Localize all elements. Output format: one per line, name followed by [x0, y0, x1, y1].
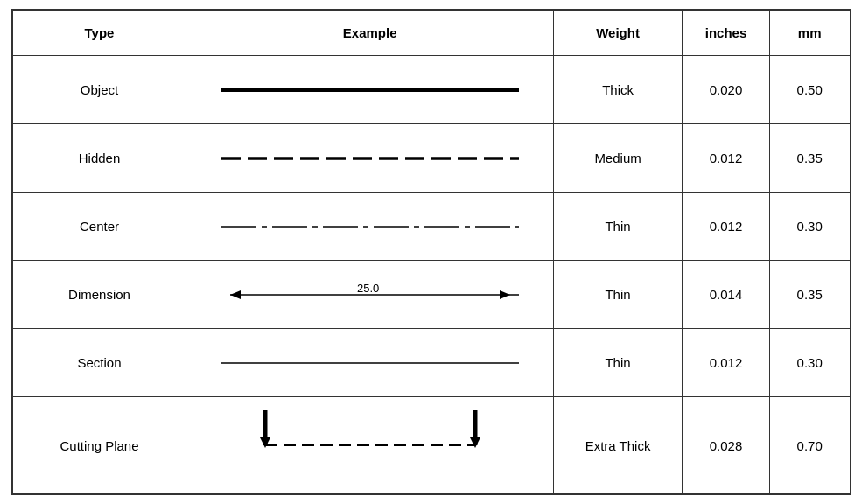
table-row: Dimension 25.0 Thin	[12, 261, 850, 329]
mm-value: 0.35	[769, 124, 850, 192]
svg-marker-10	[260, 438, 270, 448]
table-row: Cutting Plane	[12, 397, 850, 494]
example-cutting	[186, 397, 553, 494]
header-example: Example	[186, 10, 553, 56]
svg-text:25.0: 25.0	[357, 283, 379, 295]
svg-marker-3	[230, 290, 241, 299]
example-hidden	[186, 124, 553, 192]
object-line	[221, 88, 519, 92]
inches-value: 0.012	[683, 192, 770, 261]
type-label: Hidden	[12, 124, 186, 192]
inches-value: 0.028	[683, 397, 770, 494]
weight-label: Thin	[553, 329, 682, 397]
table-row: Hidden Medium 0.012 0.35	[12, 124, 850, 192]
type-label: Cutting Plane	[12, 397, 186, 494]
hidden-line	[193, 152, 545, 164]
example-section	[186, 329, 553, 397]
cutting-plane-line	[193, 406, 545, 485]
table-row: Center Thin 0.012 0.30	[12, 192, 850, 261]
mm-value: 0.30	[769, 329, 850, 397]
center-line	[193, 220, 545, 233]
svg-marker-11	[470, 438, 480, 448]
header-inches: inches	[683, 10, 770, 56]
mm-value: 0.35	[769, 261, 850, 329]
mm-value: 0.70	[769, 397, 850, 494]
svg-marker-4	[500, 290, 510, 299]
inches-value: 0.012	[683, 124, 770, 192]
header-type: Type	[12, 10, 186, 56]
inches-value: 0.014	[683, 261, 770, 329]
weight-label: Thin	[553, 192, 682, 261]
mm-value: 0.30	[769, 192, 850, 261]
mm-value: 0.50	[769, 56, 850, 124]
table-row: Section Thin 0.012 0.30	[12, 329, 850, 397]
example-dimension: 25.0	[186, 261, 553, 329]
type-label: Dimension	[12, 261, 186, 329]
section-line	[193, 357, 545, 369]
header-weight: Weight	[553, 10, 682, 56]
header-mm: mm	[769, 10, 850, 56]
inches-value: 0.012	[683, 329, 770, 397]
dimension-line: 25.0	[193, 283, 545, 307]
type-label: Object	[12, 56, 186, 124]
type-label: Section	[12, 329, 186, 397]
type-label: Center	[12, 192, 186, 261]
weight-label: Extra Thick	[553, 397, 682, 494]
weight-label: Medium	[553, 124, 682, 192]
table-row: Object Thick 0.020 0.50	[12, 56, 850, 124]
example-object	[186, 56, 553, 124]
weight-label: Thick	[553, 56, 682, 124]
weight-label: Thin	[553, 261, 682, 329]
example-center	[186, 192, 553, 261]
inches-value: 0.020	[683, 56, 770, 124]
line-types-table: Type Example Weight inches mm Object Thi…	[11, 9, 851, 495]
